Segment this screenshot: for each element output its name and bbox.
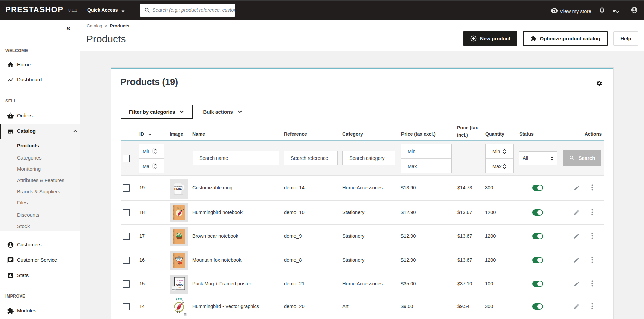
- svg-text:TODAY: TODAY: [177, 280, 183, 282]
- svg-text:IS A: IS A: [179, 282, 181, 283]
- svg-text:DAY: DAY: [179, 287, 181, 288]
- svg-text:GOOD: GOOD: [176, 284, 183, 286]
- svg-text:HERE: HERE: [174, 187, 182, 190]
- svg-text:GOOD: GOOD: [172, 289, 175, 290]
